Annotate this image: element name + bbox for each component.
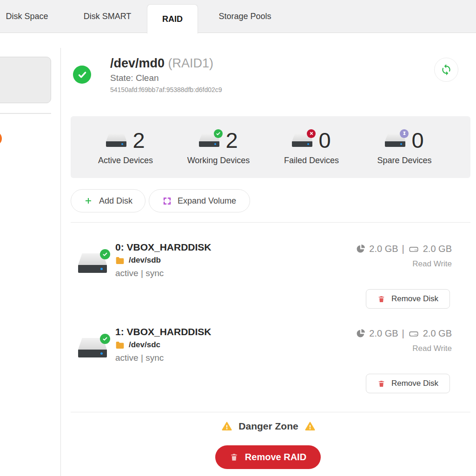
drive-led <box>100 268 103 270</box>
tab-disk-smart[interactable]: Disk SMART <box>75 0 140 33</box>
tab-label: Storage Pools <box>218 12 271 21</box>
check-badge-icon <box>214 129 223 138</box>
disk-mode: Read Write <box>412 259 452 269</box>
disk-used: 2.0 GB <box>369 244 398 254</box>
disk-name: 1: VBOX_HARDDISK <box>115 326 212 337</box>
warning-icon <box>304 421 316 431</box>
stat-label: Working Devices <box>187 156 250 165</box>
disk-path-label: /dev/sdc <box>129 340 160 350</box>
check-badge-icon <box>100 334 110 344</box>
disk-size: 2.0 GB <box>423 328 452 339</box>
danger-zone-label: Danger Zone <box>238 421 298 432</box>
remove-disk-label: Remove Disk <box>391 294 438 304</box>
folder-icon <box>115 341 125 349</box>
sidebar-panel-fragment <box>0 57 51 103</box>
check-icon <box>77 69 88 80</box>
pie-chart-icon <box>356 329 365 338</box>
stat-failed-devices: 0 Failed Devices <box>265 116 358 178</box>
plus-icon <box>84 196 93 205</box>
raid-state: State: Clean <box>110 73 159 83</box>
raid-status-ok-icon <box>73 66 91 84</box>
disk-sizes: 2.0 GB | 2.0 GB <box>356 328 452 339</box>
remove-disk-button[interactable]: Remove Disk <box>366 289 450 309</box>
disk-mode: Read Write <box>412 344 452 353</box>
trash-icon <box>377 295 385 303</box>
stat-active-devices: 2 Active Devices <box>79 116 172 178</box>
remove-raid-label: Remove RAID <box>245 452 306 463</box>
expand-volume-button[interactable]: Expand Volume <box>149 189 250 212</box>
tab-label: Disk SMART <box>84 12 132 21</box>
remove-disk-button[interactable]: Remove Disk <box>366 374 450 393</box>
drive-led <box>100 352 103 355</box>
trash-icon <box>377 380 385 388</box>
hourglass-badge-icon <box>400 129 409 138</box>
tab-raid[interactable]: RAID <box>147 4 198 33</box>
folder-icon <box>115 257 125 264</box>
stat-spare-devices: 0 Spare Devices <box>358 116 451 178</box>
hard-drive-icon <box>385 133 405 147</box>
raid-device-name: /dev/md0 <box>110 56 165 70</box>
disk-status: active | sync <box>115 353 164 363</box>
section-divider <box>71 412 470 412</box>
raid-device-title: /dev/md0 (RAID1) <box>110 56 213 71</box>
tab-storage-pools[interactable]: Storage Pools <box>207 0 283 33</box>
raid-stats-band: 2 Active Devices 2 Working Devices 0 <box>71 116 470 178</box>
pie-chart-icon <box>356 244 365 254</box>
disk-sizes: 2.0 GB | 2.0 GB <box>356 244 452 254</box>
refresh-button[interactable] <box>434 58 458 82</box>
disk-path: /dev/sdb <box>115 256 161 265</box>
sidebar-divider <box>0 113 51 114</box>
disk-size: 2.0 GB <box>423 244 452 254</box>
stat-value: 0 <box>411 129 423 151</box>
stat-label: Spare Devices <box>377 156 431 165</box>
sync-icon <box>440 64 452 76</box>
drive-outline-icon <box>408 245 419 254</box>
hard-drive-icon <box>199 133 219 147</box>
stat-working-devices: 2 Working Devices <box>172 116 265 178</box>
raid-uuid: 54150afd:f69bb7af:95388dfb:d6fd02c9 <box>110 86 222 93</box>
section-divider <box>71 222 470 223</box>
remove-raid-button[interactable]: Remove RAID <box>215 445 321 469</box>
hard-drive-icon <box>78 338 107 358</box>
disk-used: 2.0 GB <box>369 328 398 339</box>
hard-drive-icon <box>106 133 126 147</box>
size-separator: | <box>402 328 404 339</box>
stat-value: 0 <box>318 129 331 151</box>
raid-level: (RAID1) <box>168 56 214 70</box>
check-badge-icon <box>100 249 110 259</box>
tab-label: RAID <box>162 14 183 24</box>
add-disk-label: Add Disk <box>99 196 132 206</box>
remove-disk-label: Remove Disk <box>391 379 438 388</box>
tab-disk-space[interactable]: Disk Space <box>0 0 54 33</box>
size-separator: | <box>402 244 404 254</box>
disk-row: 1: VBOX_HARDDISK /dev/sdc active | sync … <box>61 326 476 405</box>
stat-value: 2 <box>225 129 238 151</box>
expand-icon <box>163 197 172 205</box>
cross-badge-icon <box>307 129 316 138</box>
stat-label: Failed Devices <box>284 156 339 165</box>
stat-label: Active Devices <box>98 156 153 165</box>
hard-drive-icon <box>292 133 312 147</box>
trash-icon <box>230 453 238 462</box>
stat-value: 2 <box>132 129 145 151</box>
disk-status: active | sync <box>115 268 164 278</box>
hard-drive-icon <box>78 253 107 273</box>
warning-icon <box>221 421 232 431</box>
disk-name: 0: VBOX_HARDDISK <box>115 242 212 253</box>
drive-outline-icon <box>408 329 419 338</box>
disk-path-label: /dev/sdb <box>129 256 161 265</box>
danger-zone-header: Danger Zone <box>61 421 476 432</box>
tab-label: Disk Space <box>6 12 48 21</box>
expand-volume-label: Expand Volume <box>178 196 236 206</box>
add-disk-button[interactable]: Add Disk <box>71 189 145 212</box>
disk-path: /dev/sdc <box>115 340 160 350</box>
disk-row: 0: VBOX_HARDDISK /dev/sdb active | sync … <box>61 242 476 321</box>
sidebar-orange-icon-fragment <box>0 132 2 145</box>
